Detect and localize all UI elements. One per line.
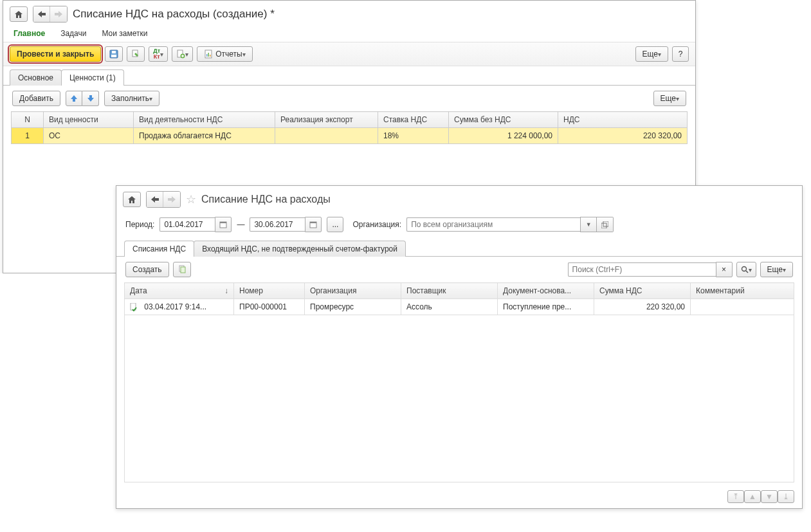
svg-rect-13 bbox=[310, 222, 316, 223]
col-export[interactable]: Реализация экспорт bbox=[275, 112, 378, 128]
svg-rect-8 bbox=[208, 53, 210, 57]
tab-basic[interactable]: Основное bbox=[10, 69, 62, 86]
cell-vat[interactable]: 220 320,00 bbox=[558, 128, 688, 144]
dt-kt-icon: ДтКт bbox=[153, 48, 160, 60]
svg-rect-15 bbox=[603, 221, 608, 226]
clear-search-button[interactable]: × bbox=[716, 262, 733, 273]
tab-incoming[interactable]: Входящий НДС, не подтвержденный счетом-ф… bbox=[194, 241, 406, 257]
search-icon bbox=[741, 266, 749, 273]
org-open-button[interactable] bbox=[597, 217, 614, 232]
date-to-input[interactable] bbox=[250, 217, 305, 232]
tab-writeoffs[interactable]: Списания НДС bbox=[124, 241, 194, 257]
move-down-button[interactable] bbox=[82, 91, 99, 106]
fill-button[interactable]: Заполнить bbox=[104, 91, 159, 106]
cell-sum-no-vat[interactable]: 1 224 000,00 bbox=[449, 128, 558, 144]
period-label: Период: bbox=[125, 220, 154, 229]
reports-label: Отчеты bbox=[215, 50, 242, 59]
period-select-button[interactable]: ... bbox=[327, 217, 343, 232]
calendar-icon bbox=[309, 221, 317, 228]
arrow-right-icon bbox=[168, 196, 176, 203]
home-icon bbox=[14, 10, 23, 19]
col-activity-kind[interactable]: Вид деятельности НДС bbox=[134, 112, 275, 128]
svg-rect-9 bbox=[210, 55, 211, 57]
home-icon bbox=[127, 196, 136, 204]
date-from-picker[interactable] bbox=[215, 217, 232, 232]
save-button[interactable] bbox=[105, 46, 123, 62]
view-tab-tasks[interactable]: Задачи bbox=[59, 26, 87, 42]
post-and-close-button[interactable]: Провести и закрыть bbox=[10, 46, 101, 62]
document-title: Списание НДС на расходы (создание) * bbox=[73, 8, 275, 21]
forward-button[interactable] bbox=[50, 6, 67, 22]
home-button-2[interactable] bbox=[123, 192, 141, 207]
cell-activity-kind[interactable]: Продажа облагается НДС bbox=[134, 128, 275, 144]
copy-icon bbox=[178, 265, 187, 273]
reports-button[interactable]: Отчеты bbox=[197, 46, 252, 62]
back-button-2[interactable] bbox=[147, 192, 163, 207]
list-toolbar: Создать × Еще bbox=[116, 257, 802, 273]
list-tabs: Списания НДС Входящий НДС, не подтвержде… bbox=[116, 240, 802, 257]
svg-rect-2 bbox=[111, 55, 116, 57]
cell-export[interactable] bbox=[275, 128, 378, 144]
svg-rect-1 bbox=[112, 51, 116, 53]
date-dash: — bbox=[237, 220, 244, 229]
cell-value-kind[interactable]: ОС bbox=[44, 128, 134, 144]
post-icon bbox=[131, 50, 140, 59]
org-select[interactable] bbox=[406, 217, 580, 232]
view-tabs: Главное Задачи Мои заметки bbox=[3, 25, 695, 42]
col-sum-no-vat[interactable]: Сумма без НДС bbox=[449, 112, 558, 128]
tab-values[interactable]: Ценности (1) bbox=[61, 69, 124, 86]
add-button[interactable]: Добавить bbox=[12, 91, 60, 106]
back-button[interactable] bbox=[33, 6, 50, 22]
more-button[interactable]: Еще bbox=[635, 46, 668, 62]
svg-rect-11 bbox=[220, 222, 226, 223]
arrow-left-icon bbox=[38, 11, 46, 17]
org-dropdown-button[interactable]: ▼ bbox=[580, 217, 597, 232]
chevron-down-icon: ▼ bbox=[586, 221, 592, 228]
find-button[interactable] bbox=[736, 262, 756, 273]
save-icon bbox=[109, 50, 118, 59]
values-toolbar: Добавить Заполнить Еще bbox=[3, 86, 695, 111]
table-header-row: N Вид ценности Вид деятельности НДС Реал… bbox=[12, 112, 688, 128]
col-vat[interactable]: НДС bbox=[558, 112, 688, 128]
dt-kt-button[interactable]: ДтКт bbox=[149, 46, 168, 62]
search-input[interactable] bbox=[568, 262, 716, 273]
calendar-icon bbox=[219, 221, 227, 228]
svg-rect-7 bbox=[206, 54, 208, 57]
cell-rate[interactable]: 18% bbox=[378, 128, 449, 144]
create-button[interactable]: Создать bbox=[125, 262, 169, 273]
org-label: Организация: bbox=[352, 220, 401, 229]
copy-button[interactable] bbox=[173, 262, 191, 273]
col-value-kind[interactable]: Вид ценности bbox=[44, 112, 134, 128]
header2: ☆ Списание НДС на расходы bbox=[116, 186, 802, 210]
view-tab-main[interactable]: Главное bbox=[12, 26, 46, 42]
create-based-on-button[interactable] bbox=[172, 46, 193, 62]
arrow-down-icon bbox=[87, 95, 94, 102]
date-to-picker[interactable] bbox=[305, 217, 322, 232]
svg-point-18 bbox=[742, 267, 746, 271]
help-button[interactable]: ? bbox=[672, 46, 689, 62]
list-title: Списание НДС на расходы bbox=[201, 194, 331, 205]
favorite-star-icon[interactable]: ☆ bbox=[186, 192, 196, 206]
main-toolbar: Провести и закрыть ДтКт Отчеты Еще ? bbox=[3, 42, 695, 66]
home-button[interactable] bbox=[10, 6, 28, 22]
col-rate[interactable]: Ставка НДС bbox=[378, 112, 449, 128]
open-icon bbox=[601, 221, 608, 228]
more-button-3[interactable]: Еще bbox=[760, 262, 793, 273]
arrow-up-icon bbox=[71, 95, 77, 102]
table-row[interactable]: 1 ОС Продажа облагается НДС 18% 1 224 00… bbox=[12, 128, 688, 144]
svg-line-19 bbox=[746, 271, 748, 273]
header: Списание НДС на расходы (создание) * bbox=[3, 1, 695, 25]
date-from-input[interactable] bbox=[159, 217, 215, 232]
move-up-button[interactable] bbox=[66, 91, 82, 106]
values-grid[interactable]: N Вид ценности Вид деятельности НДС Реал… bbox=[11, 111, 688, 144]
post-button[interactable] bbox=[127, 46, 145, 62]
col-n[interactable]: N bbox=[12, 112, 44, 128]
forward-button-2[interactable] bbox=[163, 192, 180, 207]
more-button-2[interactable]: Еще bbox=[653, 91, 686, 106]
filter-row: Период: — ... Организация: ▼ bbox=[116, 210, 802, 236]
svg-rect-14 bbox=[601, 223, 606, 228]
cell-n[interactable]: 1 bbox=[12, 128, 44, 144]
page-tabs: Основное Ценности (1) bbox=[3, 69, 695, 86]
view-tab-notes[interactable]: Мои заметки bbox=[100, 26, 149, 42]
report-icon bbox=[204, 50, 213, 59]
